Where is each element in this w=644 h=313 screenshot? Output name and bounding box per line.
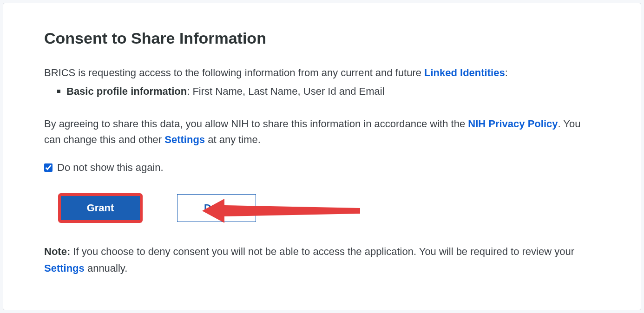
grant-button[interactable]: Grant <box>61 196 140 220</box>
privacy-policy-link[interactable]: NIH Privacy Policy <box>468 118 558 130</box>
agreement-text: By agreeing to share this data, you allo… <box>44 116 600 148</box>
grant-highlight: Grant <box>58 193 143 223</box>
consent-card: Consent to Share Information BRICS is re… <box>3 3 641 310</box>
intro-suffix: : <box>505 67 508 78</box>
info-item-detail: : First Name, Last Name, User Id and Ema… <box>187 85 384 97</box>
agreement-part3: at any time. <box>205 134 261 145</box>
info-item-label: Basic profile information <box>66 85 187 97</box>
page-title: Consent to Share Information <box>44 29 600 47</box>
note-label: Note: <box>44 246 70 257</box>
intro-text: BRICS is requesting access to the follow… <box>44 65 600 81</box>
note-text: Note: If you choose to deny consent you … <box>44 243 600 276</box>
note-settings-link[interactable]: Settings <box>44 262 85 274</box>
note-part1: If you choose to deny consent you will n… <box>70 246 574 257</box>
agreement-part1: By agreeing to share this data, you allo… <box>44 118 468 130</box>
settings-link[interactable]: Settings <box>164 134 205 145</box>
button-row: Grant Deny <box>58 193 600 223</box>
do-not-show-label[interactable]: Do not show this again. <box>57 162 164 174</box>
linked-identities-link[interactable]: Linked Identities <box>424 67 505 78</box>
note-part2: annually. <box>85 262 128 274</box>
info-list-item: Basic profile information: First Name, L… <box>57 84 600 99</box>
intro-prefix: BRICS is requesting access to the follow… <box>44 67 424 78</box>
do-not-show-row: Do not show this again. <box>44 162 600 174</box>
do-not-show-checkbox[interactable] <box>44 163 53 172</box>
deny-button[interactable]: Deny <box>177 194 256 222</box>
info-list: Basic profile information: First Name, L… <box>57 84 600 99</box>
